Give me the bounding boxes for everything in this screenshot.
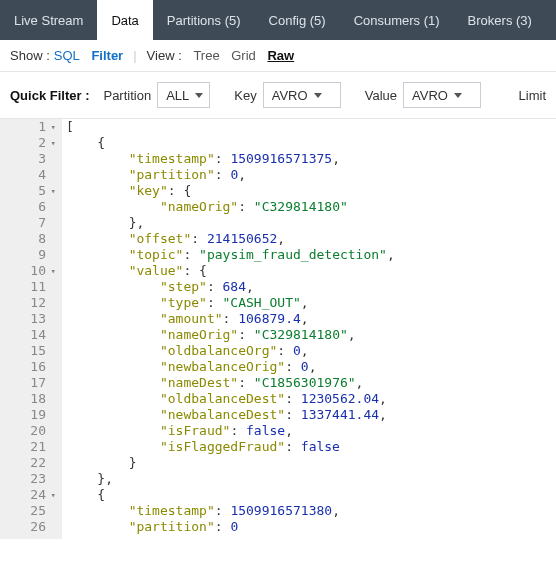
fold-icon[interactable]: ▾ [48,135,56,151]
tab-data[interactable]: Data [97,0,152,40]
code-line: "partition": 0, [66,167,395,183]
view-grid-link[interactable]: Grid [231,48,256,63]
code-line: "nameOrig": "C329814180" [66,199,395,215]
key-select-value: AVRO [272,88,308,103]
gutter-line: 25 [0,503,56,519]
code-line: [ [66,119,395,135]
gutter-line: 22 [0,455,56,471]
gutter-line: 12 [0,295,56,311]
code-line: "oldbalanceDest": 1230562.04, [66,391,395,407]
gutter-line: 15 [0,343,56,359]
partition-select-value: ALL [166,88,189,103]
code-line: "nameDest": "C1856301976", [66,375,395,391]
code-line: } [66,455,395,471]
tab-bar: Live Stream Data Partitions (5) Config (… [0,0,556,40]
gutter-line: 18 [0,391,56,407]
gutter-line: 7 [0,215,56,231]
code-body: [ { "timestamp": 1509916571375, "partiti… [62,119,395,539]
view-raw-link[interactable]: Raw [267,48,294,63]
fold-icon[interactable]: ▾ [48,183,56,199]
code-line: }, [66,471,395,487]
view-label: View : [147,48,182,63]
gutter-line: 17 [0,375,56,391]
limit-label: Limit [519,88,546,103]
value-label: Value [365,88,397,103]
code-line: "isFlaggedFraud": false [66,439,395,455]
fold-icon[interactable]: ▾ [48,119,56,135]
view-tree-link[interactable]: Tree [193,48,219,63]
gutter-line: 3 [0,151,56,167]
code-line: "nameOrig": "C329814180", [66,327,395,343]
gutter-line: 6 [0,199,56,215]
gutter-line: 24▾ [0,487,56,503]
gutter-line: 5▾ [0,183,56,199]
code-line: "type": "CASH_OUT", [66,295,395,311]
code-line: "newbalanceDest": 1337441.44, [66,407,395,423]
tab-config[interactable]: Config (5) [255,0,340,40]
partition-select[interactable]: ALL [157,82,210,108]
fold-icon[interactable]: ▾ [48,487,56,503]
tab-brokers[interactable]: Brokers (3) [454,0,546,40]
tab-live-stream[interactable]: Live Stream [0,0,97,40]
code-line: "timestamp": 1509916571380, [66,503,395,519]
gutter-line: 19 [0,407,56,423]
code-editor[interactable]: 1▾2▾345▾678910▾1112131415161718192021222… [0,119,556,539]
gutter-line: 23 [0,471,56,487]
code-line: }, [66,215,395,231]
code-line: "value": { [66,263,395,279]
code-line: "oldbalanceOrg": 0, [66,343,395,359]
gutter-line: 4 [0,167,56,183]
show-sql-link[interactable]: SQL [54,48,80,63]
gutter-line: 8 [0,231,56,247]
show-label: Show : [10,48,50,63]
code-line: "timestamp": 1509916571375, [66,151,395,167]
quick-filter-bar: Quick Filter : Partition ALL Key AVRO Va… [0,72,556,118]
gutter-line: 11 [0,279,56,295]
code-line: "offset": 214150652, [66,231,395,247]
gutter-line: 14 [0,327,56,343]
chevron-down-icon [195,93,203,98]
divider: | [133,48,136,63]
chevron-down-icon [454,93,462,98]
code-line: "topic": "paysim_fraud_detection", [66,247,395,263]
gutter-line: 9 [0,247,56,263]
code-line: "partition": 0 [66,519,395,535]
value-select-value: AVRO [412,88,448,103]
gutter-line: 13 [0,311,56,327]
tab-consumers[interactable]: Consumers (1) [340,0,454,40]
gutter-line: 21 [0,439,56,455]
gutter-line: 2▾ [0,135,56,151]
partition-label: Partition [103,88,151,103]
key-label: Key [234,88,256,103]
show-filter-link[interactable]: Filter [91,48,123,63]
code-line: "isFraud": false, [66,423,395,439]
gutter-line: 20 [0,423,56,439]
fold-icon[interactable]: ▾ [48,263,56,279]
key-select[interactable]: AVRO [263,82,341,108]
quick-filter-label: Quick Filter : [10,88,89,103]
show-bar: Show : SQL Filter | View : Tree Grid Raw [0,40,556,71]
gutter-line: 26 [0,519,56,535]
code-line: "amount": 106879.4, [66,311,395,327]
code-line: { [66,135,395,151]
gutter-line: 16 [0,359,56,375]
chevron-down-icon [314,93,322,98]
tab-partitions[interactable]: Partitions (5) [153,0,255,40]
code-line: "step": 684, [66,279,395,295]
gutter-line: 1▾ [0,119,56,135]
code-line: "newbalanceOrig": 0, [66,359,395,375]
code-line: "key": { [66,183,395,199]
line-gutter: 1▾2▾345▾678910▾1112131415161718192021222… [0,119,62,539]
value-select[interactable]: AVRO [403,82,481,108]
gutter-line: 10▾ [0,263,56,279]
code-line: { [66,487,395,503]
